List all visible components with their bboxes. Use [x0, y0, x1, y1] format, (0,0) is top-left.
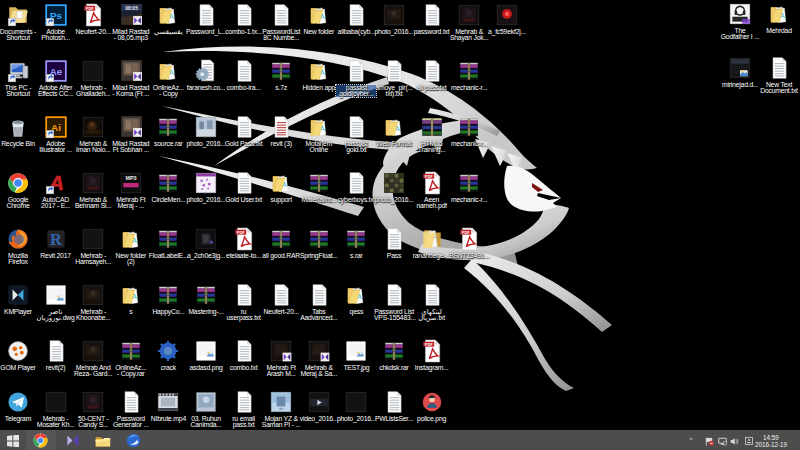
svg-text:sh: sh — [279, 407, 283, 411]
svg-text:08:05: 08:05 — [125, 5, 138, 11]
svg-text:PDF: PDF — [424, 174, 432, 179]
svg-text:PDF: PDF — [236, 230, 244, 235]
svg-text:PDF: PDF — [86, 6, 94, 11]
svg-text:MP3: MP3 — [125, 175, 136, 181]
svg-text:R: R — [50, 230, 62, 249]
svg-text:PDF: PDF — [424, 342, 432, 347]
svg-text:PDF: PDF — [462, 230, 470, 235]
